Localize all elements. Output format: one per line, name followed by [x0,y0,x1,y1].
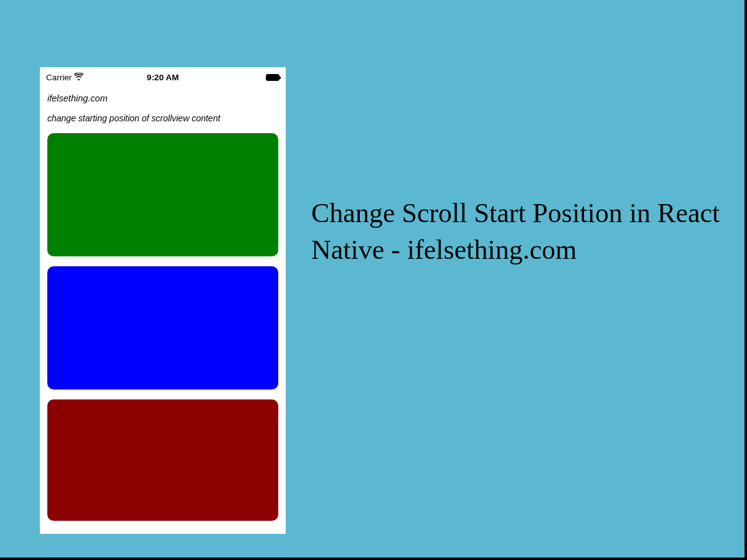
phone-simulator-frame: Carrier 9:20 AM ifelsething.com change s… [40,67,286,534]
scroll-block-darkred [47,399,278,521]
scroll-block-blue [47,266,278,390]
status-right [266,74,280,81]
subtitle-label: change starting position of scrollview c… [47,113,278,123]
site-label: ifelsething.com [47,93,278,103]
status-time: 9:20 AM [147,73,179,82]
app-content: ifelsething.com change starting position… [40,85,286,534]
carrier-label: Carrier [46,73,72,82]
canvas: Carrier 9:20 AM ifelsething.com change s… [0,0,745,558]
scrollview[interactable] [47,133,278,534]
status-bar: Carrier 9:20 AM [40,70,286,85]
battery-icon [266,74,280,81]
scroll-block-green [47,133,278,256]
status-left: Carrier [46,73,83,82]
headline-text: Change Scroll Start Position in React Na… [311,195,735,269]
wifi-icon [74,73,83,82]
